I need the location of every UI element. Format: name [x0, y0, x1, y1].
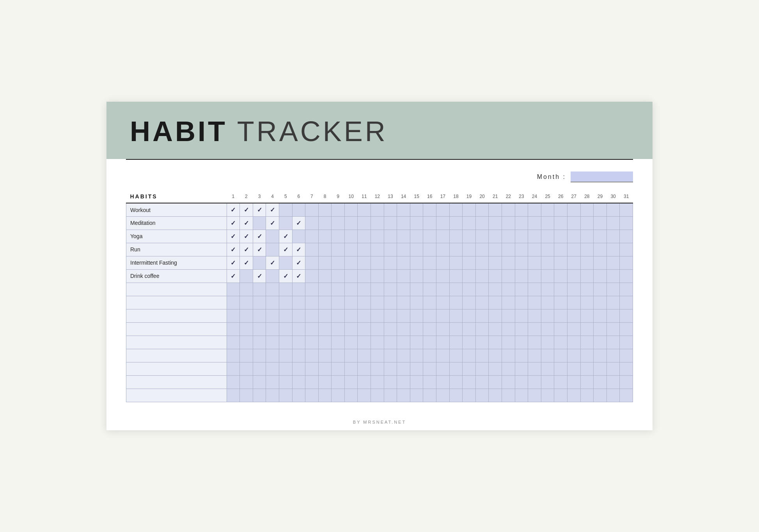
day-cell-3-17[interactable] [436, 243, 450, 256]
day-cell-1-15[interactable] [410, 216, 423, 230]
day-cell-1-8[interactable] [318, 216, 332, 230]
day-cell-2-30[interactable] [606, 230, 620, 243]
day-cell-8-2[interactable] [240, 309, 253, 322]
day-cell-4-28[interactable] [580, 256, 594, 269]
day-cell-11-5[interactable] [279, 349, 292, 362]
day-cell-4-7[interactable] [305, 256, 319, 269]
day-cell-1-26[interactable] [554, 216, 567, 230]
day-cell-10-19[interactable] [463, 336, 476, 349]
day-cell-11-4[interactable] [266, 349, 279, 362]
day-cell-2-24[interactable] [528, 230, 541, 243]
day-cell-11-2[interactable] [240, 349, 253, 362]
day-cell-14-25[interactable] [541, 389, 554, 402]
day-cell-4-9[interactable] [332, 256, 345, 269]
day-cell-5-16[interactable] [423, 269, 436, 283]
day-cell-10-20[interactable] [475, 336, 489, 349]
day-cell-8-4[interactable] [266, 309, 279, 322]
day-cell-11-13[interactable] [384, 349, 397, 362]
day-cell-13-19[interactable] [463, 375, 476, 389]
day-cell-12-9[interactable] [332, 362, 345, 375]
day-cell-6-4[interactable] [266, 283, 279, 296]
day-cell-14-27[interactable] [567, 389, 580, 402]
day-cell-10-26[interactable] [554, 336, 567, 349]
day-cell-4-17[interactable] [436, 256, 450, 269]
day-cell-9-18[interactable] [449, 322, 463, 336]
day-cell-12-20[interactable] [475, 362, 489, 375]
day-cell-4-30[interactable] [606, 256, 620, 269]
day-cell-12-12[interactable] [371, 362, 384, 375]
day-cell-14-26[interactable] [554, 389, 567, 402]
day-cell-1-10[interactable] [344, 216, 358, 230]
day-cell-13-30[interactable] [606, 375, 620, 389]
day-cell-5-22[interactable] [502, 269, 515, 283]
day-cell-9-23[interactable] [515, 322, 528, 336]
day-cell-9-13[interactable] [384, 322, 397, 336]
day-cell-10-8[interactable] [318, 336, 332, 349]
day-cell-9-29[interactable] [594, 322, 607, 336]
day-cell-5-18[interactable] [449, 269, 463, 283]
day-cell-11-19[interactable] [463, 349, 476, 362]
day-cell-2-22[interactable] [502, 230, 515, 243]
day-cell-4-23[interactable] [515, 256, 528, 269]
day-cell-0-19[interactable] [463, 203, 476, 216]
day-cell-9-4[interactable] [266, 322, 279, 336]
day-cell-2-26[interactable] [554, 230, 567, 243]
day-cell-1-9[interactable] [332, 216, 345, 230]
day-cell-13-2[interactable] [240, 375, 253, 389]
day-cell-8-19[interactable] [463, 309, 476, 322]
day-cell-9-17[interactable] [436, 322, 450, 336]
day-cell-10-29[interactable] [594, 336, 607, 349]
day-cell-6-8[interactable] [318, 283, 332, 296]
day-cell-8-15[interactable] [410, 309, 423, 322]
day-cell-10-7[interactable] [305, 336, 319, 349]
day-cell-3-9[interactable] [332, 243, 345, 256]
day-cell-1-22[interactable] [502, 216, 515, 230]
day-cell-12-11[interactable] [358, 362, 371, 375]
day-cell-13-23[interactable] [515, 375, 528, 389]
day-cell-9-31[interactable] [620, 322, 633, 336]
day-cell-6-1[interactable] [227, 283, 240, 296]
day-cell-11-12[interactable] [371, 349, 384, 362]
day-cell-12-5[interactable] [279, 362, 292, 375]
day-cell-2-13[interactable] [384, 230, 397, 243]
day-cell-4-12[interactable] [371, 256, 384, 269]
day-cell-14-2[interactable] [240, 389, 253, 402]
day-cell-5-20[interactable] [475, 269, 489, 283]
day-cell-5-27[interactable] [567, 269, 580, 283]
day-cell-2-23[interactable] [515, 230, 528, 243]
day-cell-4-20[interactable] [475, 256, 489, 269]
day-cell-14-29[interactable] [594, 389, 607, 402]
day-cell-10-23[interactable] [515, 336, 528, 349]
day-cell-10-10[interactable] [344, 336, 358, 349]
day-cell-14-31[interactable] [620, 389, 633, 402]
day-cell-3-11[interactable] [358, 243, 371, 256]
day-cell-14-16[interactable] [423, 389, 436, 402]
day-cell-3-12[interactable] [371, 243, 384, 256]
day-cell-14-14[interactable] [397, 389, 410, 402]
day-cell-10-6[interactable] [292, 336, 305, 349]
day-cell-8-3[interactable] [253, 309, 266, 322]
day-cell-2-8[interactable] [318, 230, 332, 243]
day-cell-4-31[interactable] [620, 256, 633, 269]
day-cell-3-13[interactable] [384, 243, 397, 256]
day-cell-14-7[interactable] [305, 389, 319, 402]
day-cell-4-14[interactable] [397, 256, 410, 269]
day-cell-8-17[interactable] [436, 309, 450, 322]
day-cell-5-12[interactable] [371, 269, 384, 283]
day-cell-10-4[interactable] [266, 336, 279, 349]
day-cell-14-1[interactable] [227, 389, 240, 402]
day-cell-7-22[interactable] [502, 296, 515, 309]
day-cell-0-21[interactable] [489, 203, 502, 216]
day-cell-7-17[interactable] [436, 296, 450, 309]
day-cell-7-2[interactable] [240, 296, 253, 309]
day-cell-1-3[interactable] [253, 216, 266, 230]
day-cell-13-25[interactable] [541, 375, 554, 389]
day-cell-5-5[interactable]: ✓ [279, 269, 292, 283]
day-cell-13-28[interactable] [580, 375, 594, 389]
day-cell-3-25[interactable] [541, 243, 554, 256]
day-cell-2-3[interactable]: ✓ [253, 230, 266, 243]
day-cell-5-30[interactable] [606, 269, 620, 283]
day-cell-9-16[interactable] [423, 322, 436, 336]
day-cell-7-7[interactable] [305, 296, 319, 309]
day-cell-7-9[interactable] [332, 296, 345, 309]
